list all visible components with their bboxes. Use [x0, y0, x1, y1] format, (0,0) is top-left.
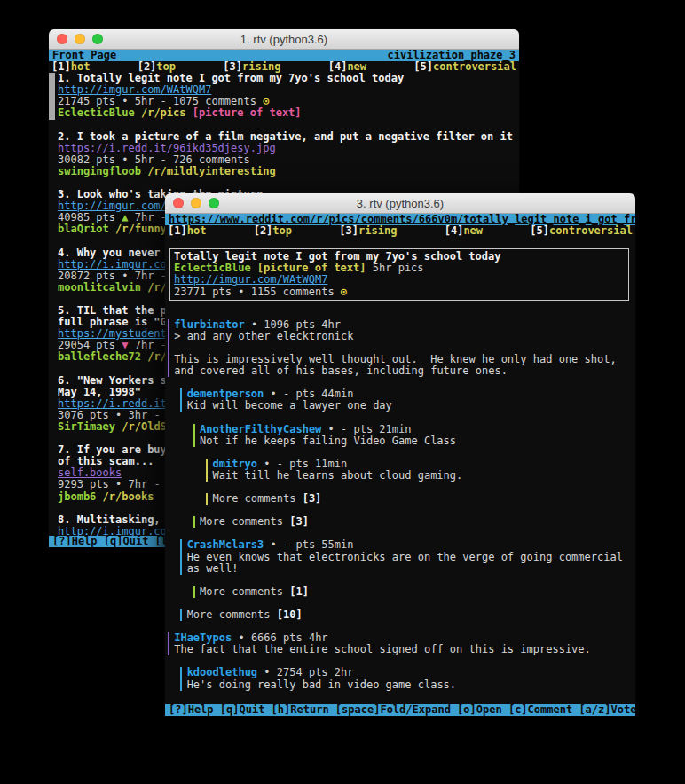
submission-link[interactable]: http://imgur.com/WAtWQM7 [174, 274, 327, 286]
more-comments[interactable]: More comments [1] [193, 586, 633, 598]
spacer [135, 107, 141, 119]
comment-author[interactable]: dementperson [187, 388, 264, 400]
score: 20872 pts [58, 270, 122, 282]
more-comments[interactable]: More comments [3] [206, 493, 633, 505]
minimize-button[interactable] [75, 34, 85, 44]
tab-controversial[interactable]: [5]controversial [413, 61, 516, 73]
more-comments-label[interactable]: More comments [10] [180, 609, 633, 621]
submission-link[interactable]: https://mystudent [58, 328, 167, 340]
author[interactable]: swingingfloob [58, 166, 141, 177]
more-comments-label[interactable]: More comments [3] [206, 493, 633, 505]
submission-link[interactable]: http://imgur.com/ [58, 200, 167, 212]
author[interactable]: ballefleche72 [58, 351, 141, 363]
gilded-icon: ⊙ [256, 96, 269, 107]
submission-row[interactable]: 1. Totally legit note I got from my 7yo'… [51, 73, 516, 119]
more-comments[interactable]: More comments [3] [193, 516, 633, 528]
tab-new[interactable]: [4]new [445, 225, 483, 237]
tab-key: [4] [445, 224, 464, 237]
submission-row[interactable]: 2. I took a picture of a film negative, … [51, 131, 516, 177]
window-comments[interactable]: 3. rtv (python3.6) https://www.reddit.co… [165, 193, 635, 716]
submission-url-line: https://i.redd.it/96ikd35djesy.jpg [58, 143, 516, 154]
submission-url-line: http://imgur.com/WAtWQM7 [58, 84, 516, 96]
comment-author[interactable]: kdoodlethug [187, 667, 257, 678]
blank-line [168, 575, 633, 586]
score: 40985 pts [58, 212, 122, 223]
subreddit-link[interactable]: /r/mildlyinteresting [147, 166, 276, 177]
submission-byline: EclecticBlue /r/pics [picture of text] [58, 107, 516, 119]
submission-link[interactable]: https://i.redd.it/96ikd35djesy.jpg [58, 143, 276, 154]
comment[interactable]: dementperson • - pts 44minKid will becom… [180, 388, 633, 412]
tab-key: [1] [51, 60, 71, 73]
zoom-button[interactable] [92, 34, 103, 44]
more-comments[interactable]: More comments [10] [180, 609, 633, 621]
subreddit-link[interactable]: /r/pics [141, 107, 186, 119]
comment-author[interactable]: CrashMclars3 [187, 539, 264, 551]
comment-body-line: He even knows that electronicks are on t… [180, 552, 633, 563]
more-comments-text: More comments [200, 516, 289, 528]
close-button[interactable] [57, 34, 67, 44]
more-comments-text: More comments [213, 493, 303, 505]
comment[interactable]: IHaeTypos • 6666 pts 4hrThe fact that th… [168, 632, 633, 655]
more-comments-label[interactable]: More comments [3] [193, 516, 633, 528]
comment[interactable]: CrashMclars3 • - pts 55minHe even knows … [180, 539, 633, 574]
submission-flair: [picture of text] [193, 107, 302, 119]
tab-hot[interactable]: [1]hot [168, 225, 206, 237]
tab-rising[interactable]: [3]rising [223, 61, 280, 73]
zoom-button[interactable] [209, 198, 219, 208]
submission-link[interactable]: https://i.redd.it [58, 398, 167, 410]
comment[interactable]: kdoodlethug • 2754 pts 2hrHe's doing rea… [180, 667, 633, 690]
tab-label: rising [358, 224, 397, 237]
comment[interactable]: flurbinator • 1096 pts 4hr> and any othe… [168, 319, 633, 377]
close-button[interactable] [173, 198, 184, 208]
score: 3076 pts [58, 410, 115, 421]
tab-new[interactable]: [4]new [328, 61, 366, 73]
comment-author[interactable]: IHaeTypos [174, 632, 232, 644]
subreddit-link[interactable]: /r/ [147, 282, 167, 294]
comment[interactable]: AnotherFilthyCashew • - pts 21minNot if … [193, 424, 633, 447]
more-comments-count: [1] [289, 586, 309, 598]
comment-author[interactable]: flurbinator [174, 319, 244, 331]
tab-label: top [272, 224, 292, 237]
tab-controversial[interactable]: [5]controversial [530, 225, 633, 237]
submission-stats: 23771 pts • 1155 comments [174, 286, 335, 298]
comment-meta: • 1096 pts 4hr [245, 319, 341, 331]
submission-byline: EclecticBlue[picture of text] 5hr pics [174, 263, 625, 274]
blank-line [51, 120, 516, 131]
submission-link[interactable]: http://imgur.com/WAtWQM7 [58, 84, 211, 96]
subreddit-link[interactable]: /r/books [103, 491, 154, 503]
tab-top[interactable]: [2]top [254, 225, 292, 237]
blank-line [168, 505, 633, 516]
more-comments-text: More comments [200, 586, 289, 598]
tab-label: new [463, 224, 483, 237]
comment-author[interactable]: dmitryo [213, 459, 258, 470]
more-comments-label[interactable]: More comments [1] [193, 586, 633, 598]
titlebar[interactable]: 3. rtv (python3.6) [165, 193, 635, 214]
subreddit-link[interactable]: /r/ [147, 351, 167, 363]
author[interactable]: EclecticBlue [58, 107, 135, 119]
score: 9293 pts [58, 479, 115, 490]
submission-link[interactable]: self.books [58, 467, 122, 479]
author[interactable]: EclecticBlue [174, 263, 251, 274]
titlebar[interactable]: 1. rtv (python3.6) [49, 29, 519, 50]
subreddit-link[interactable]: /r/funny [115, 223, 167, 235]
comment-author[interactable]: AnotherFilthyCashew [200, 424, 321, 435]
tab-key: [3] [339, 224, 358, 237]
subreddit-link[interactable]: /r/OldS [122, 421, 167, 433]
submission-summary-box[interactable]: Totally legit note I got from my 7yo's s… [169, 248, 629, 300]
spacer [109, 223, 115, 235]
terminal-content[interactable]: https://www.reddit.com/r/pics/comments/6… [165, 214, 635, 716]
score: 29054 pts [58, 340, 122, 351]
author[interactable]: jbomb6 [58, 491, 96, 503]
tab-hot[interactable]: [1]hot [51, 61, 90, 73]
author[interactable]: moonlitcalvin [58, 282, 141, 294]
submission-link[interactable]: http://i.imgur.co [58, 259, 167, 270]
tab-key: [5] [413, 60, 433, 73]
minimize-button[interactable] [191, 198, 201, 208]
tab-rising[interactable]: [3]rising [339, 225, 397, 237]
comment[interactable]: dmitryo • - pts 11minWait till he learns… [206, 459, 633, 482]
blank-line [51, 177, 516, 189]
author[interactable]: blaQriot [58, 223, 109, 235]
author[interactable]: SirTimaey [58, 421, 115, 433]
tab-top[interactable]: [2]top [138, 61, 176, 73]
comment-meta: • - pts 11min [257, 459, 347, 470]
